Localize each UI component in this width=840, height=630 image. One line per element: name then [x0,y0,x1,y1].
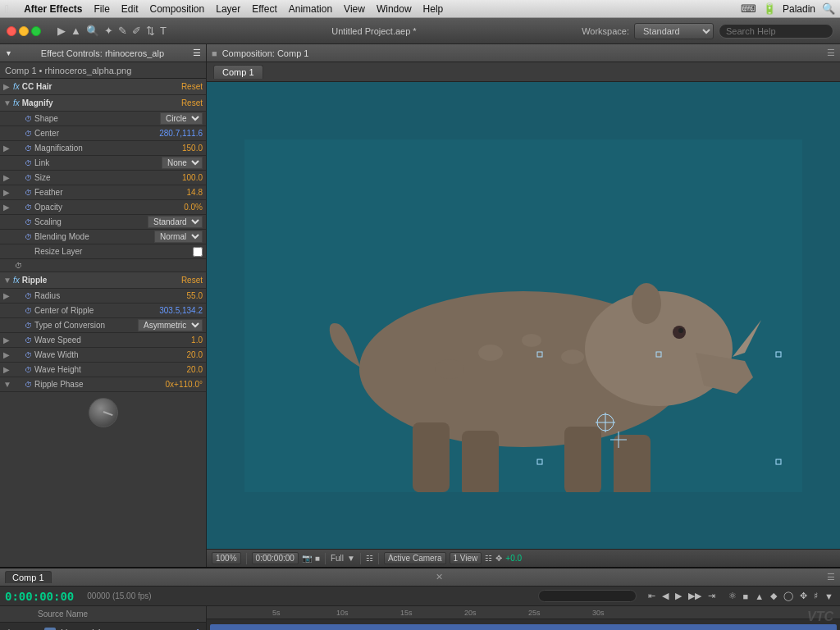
toolbar-icon-4[interactable]: ✦ [104,25,113,37]
camera-icon[interactable]: 📷 [302,554,312,563]
menu-effect[interactable]: Effect [252,3,276,15]
size-row[interactable]: ▶ ⏱ Size 100.0 [0,171,206,185]
grid-icon[interactable]: ☷ [366,554,373,563]
blending-stopwatch[interactable]: ⏱ [25,233,32,241]
comp-panel-menu[interactable]: ☰ [827,48,835,58]
radius-row[interactable]: ▶ ⏱ Radius 55.0 [0,289,206,304]
menu-composition[interactable]: Composition [150,3,205,15]
layer-row-1[interactable]: 1 ▢ rhinoce...lpha.png fx [0,623,206,630]
wave-width-stopwatch[interactable]: ⏱ [25,351,32,359]
comp-panel-close[interactable]: ■ [212,48,217,58]
center-row[interactable]: ⏱ Center 280.7,111.6 [0,126,206,141]
mode-btn-7[interactable]: ♯ [812,591,819,601]
feather-stopwatch[interactable]: ⏱ [25,189,32,197]
resolution-chevron[interactable]: ▼ [347,554,355,563]
shape-stopwatch[interactable]: ⏱ [25,115,32,123]
timeline-menu[interactable]: ☰ [827,572,835,582]
stopwatch-row[interactable]: ⏱ [0,259,206,272]
cc-hair-row[interactable]: ▶ fx CC Hair Reset [0,79,206,95]
workspace-select[interactable]: Standard [634,23,714,39]
menu-window[interactable]: Window [377,3,412,15]
wave-width-row[interactable]: ▶ ⏱ Wave Width 20.0 [0,348,206,363]
ripple-reset[interactable]: Reset [181,276,203,285]
toolbar-icon-6[interactable]: ✐ [132,25,141,37]
size-value[interactable]: 100.0 [182,173,203,182]
feather-row[interactable]: ▶ ⏱ Feather 14.8 [0,185,206,200]
search-icon-menu[interactable]: 🔍 [822,2,835,15]
ripple-phase-dial[interactable] [89,398,118,427]
radius-stopwatch[interactable]: ⏱ [25,292,32,300]
timecode-display[interactable]: 0:00:00:00 [252,552,299,564]
mode-btn-4[interactable]: ◆ [769,591,778,601]
resize-layer-checkbox[interactable] [193,247,203,257]
blending-mode-row[interactable]: ⏱ Blending Mode Normal [0,230,206,244]
search-input[interactable] [719,24,833,39]
camera-view-label[interactable]: Active Camera [384,552,446,564]
mode-btn-2[interactable]: ■ [742,591,751,601]
radius-value[interactable]: 55.0 [187,291,203,300]
menu-edit[interactable]: Edit [121,3,139,15]
opacity-value[interactable]: 0.0% [184,203,203,212]
size-stopwatch[interactable]: ⏱ [25,174,32,182]
layer-bar[interactable] [210,624,837,630]
color-icon[interactable]: ■ [315,554,320,563]
view-icons[interactable]: ☷ [485,554,492,563]
toolbar-icon-5[interactable]: ✎ [118,25,127,37]
close-button[interactable] [7,26,16,36]
timeline-search[interactable] [538,590,637,602]
wave-height-value[interactable]: 20.0 [187,365,203,374]
resize-layer-row[interactable]: Resize Layer [0,244,206,259]
toolbar-icon-7[interactable]: ⇅ [146,25,155,37]
timeline-timecode[interactable]: 0:00:00:00 [5,590,74,603]
magnification-stopwatch[interactable]: ⏱ [25,144,32,153]
scaling-dropdown[interactable]: Standard [148,216,203,228]
type-conversion-dropdown[interactable]: Asymmetric [138,319,203,331]
mode-btn-5[interactable]: ◯ [782,591,795,601]
ripple-row[interactable]: ▼ fx Ripple Reset [0,272,206,289]
cc-hair-reset[interactable]: Reset [181,82,203,91]
scaling-stopwatch[interactable]: ⏱ [25,218,32,226]
wave-speed-row[interactable]: ▶ ⏱ Wave Speed 1.0 [0,333,206,348]
link-stopwatch[interactable]: ⏱ [25,159,32,167]
mode-btn-6[interactable]: ✥ [798,591,809,601]
menu-layer[interactable]: Layer [216,3,240,15]
maximize-button[interactable] [31,26,41,36]
menu-file[interactable]: File [94,3,109,15]
feather-value[interactable]: 14.8 [187,188,203,197]
play-last-frame[interactable]: ⇥ [706,591,717,601]
magnification-value[interactable]: 150.0 [182,144,203,153]
toolbar-icon-2[interactable]: ▲ [71,25,81,37]
ripple-phase-value[interactable]: 0x+110.0° [166,380,203,389]
extra-stopwatch[interactable]: ⏱ [15,262,22,270]
mode-btn-1[interactable]: ⚛ [727,591,738,601]
wave-speed-stopwatch[interactable]: ⏱ [25,336,32,345]
wave-height-row[interactable]: ▶ ⏱ Wave Height 20.0 [0,363,206,377]
zoom-display[interactable]: 100% [212,552,241,564]
expand-icon[interactable]: ▶ [3,82,13,91]
center-value[interactable]: 280.7,111.6 [159,129,203,138]
toolbar-icon-1[interactable]: ▶ [57,25,66,37]
center-ripple-stopwatch[interactable]: ⏱ [25,307,32,315]
link-row[interactable]: ⏱ Link None [0,156,206,171]
transform-icon[interactable]: ✥ [495,554,502,563]
timeline-tab-close[interactable]: ✕ [436,572,443,582]
opacity-stopwatch[interactable]: ⏱ [25,203,32,212]
comp-tab-main[interactable]: Comp 1 [213,65,263,79]
blending-mode-dropdown[interactable]: Normal [154,231,203,243]
panel-collapse-icon[interactable]: ▼ [5,49,12,57]
play-button[interactable]: ▶ [673,591,683,601]
ripple-expand[interactable]: ▼ [3,276,13,285]
center-stopwatch[interactable]: ⏱ [25,130,32,138]
type-conversion-stopwatch[interactable]: ⏱ [25,322,32,330]
minimize-button[interactable] [19,26,29,36]
shape-row[interactable]: ⏱ Shape Circle [0,112,206,126]
toolbar-icon-3[interactable]: 🔍 [86,25,99,37]
apple-menu[interactable]:  [5,2,9,16]
step-back[interactable]: ◀ [660,591,670,601]
wave-speed-value[interactable]: 1.0 [191,336,203,345]
menu-help[interactable]: Help [423,3,444,15]
link-dropdown[interactable]: None [162,157,203,169]
ripple-phase-row[interactable]: ▼ ⏱ Ripple Phase 0x+110.0° [0,377,206,392]
mode-btn-3[interactable]: ▲ [753,591,765,601]
wave-width-value[interactable]: 20.0 [187,350,203,359]
